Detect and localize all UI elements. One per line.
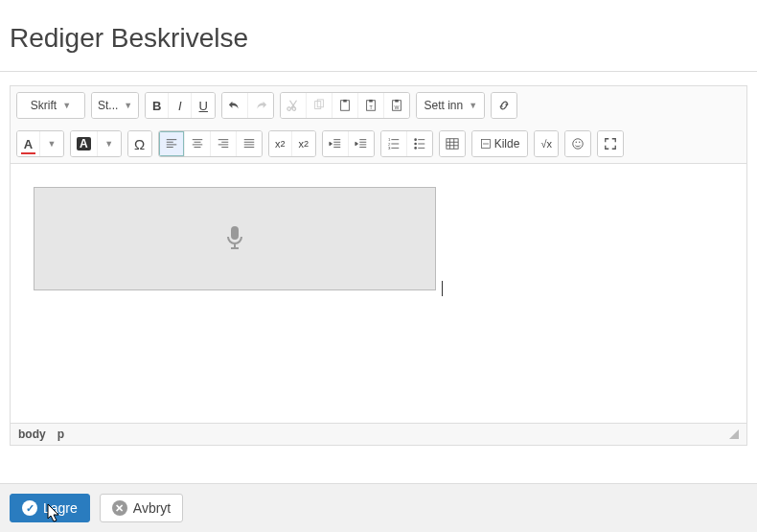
table-icon [446,137,459,150]
numbered-list-button[interactable]: 123 [381,131,407,156]
smiley-icon [571,137,585,150]
cancel-button[interactable]: ✕ Avbryt [100,494,183,522]
math-button[interactable]: √x [535,131,558,156]
editor-panel: Skrift▼ St...▼ B I U [10,85,747,446]
paste-text-button[interactable]: T [358,93,384,118]
indent-button[interactable] [349,131,374,156]
outdent-icon [329,137,342,150]
bullet-list-button[interactable] [407,131,432,156]
text-cursor [442,281,443,296]
copy-icon [312,99,326,112]
scissors-icon [287,99,300,112]
emoji-button[interactable] [565,131,590,156]
caret-down-icon: ▼ [124,101,132,110]
clipboard-word-icon: W [390,99,403,112]
table-button[interactable] [440,131,465,156]
page-title: Rediger Beskrivelse [10,23,747,54]
redo-icon [254,99,267,112]
italic-button[interactable]: I [169,93,192,118]
microphone-icon [224,225,245,252]
paste-word-button[interactable]: W [384,93,409,118]
caret-down-icon: ▼ [62,101,71,110]
bg-color-button[interactable]: A [71,131,98,156]
svg-text:3: 3 [388,146,391,150]
svg-point-19 [576,142,577,143]
align-right-button[interactable] [211,131,237,156]
align-center-icon [191,137,204,150]
link-icon [497,99,511,112]
copy-button[interactable] [307,93,333,118]
svg-text:W: W [395,104,400,110]
font-select[interactable]: Skrift▼ [17,93,84,118]
svg-rect-21 [231,226,239,240]
source-button[interactable]: Kilde [472,131,528,156]
undo-icon [228,99,241,112]
divider [0,71,757,72]
text-color-button[interactable]: A [17,131,40,156]
caret-down-icon: ▼ [469,101,477,110]
specialchar-button[interactable]: Ω [128,131,151,156]
path-body[interactable]: body [18,428,46,441]
status-bar: body p [11,423,746,445]
resize-handle[interactable] [729,429,739,439]
ul-icon [413,137,426,150]
media-placeholder[interactable] [34,187,436,290]
align-justify-button[interactable] [237,131,262,156]
align-left-button[interactable] [159,131,185,156]
check-icon: ✓ [22,500,37,516]
clipboard-text-icon: T [364,99,378,112]
align-right-icon [217,137,230,150]
cancel-icon: ✕ [112,500,127,516]
bg-color-caret[interactable]: ▼ [98,131,121,156]
subscript-button[interactable]: x2 [269,131,292,156]
underline-button[interactable]: U [192,93,215,118]
ol-icon: 123 [387,137,401,150]
svg-point-18 [573,139,584,150]
link-button[interactable] [492,93,516,118]
svg-rect-5 [370,100,374,103]
path-p[interactable]: p [57,428,64,441]
cut-button[interactable] [281,93,307,118]
source-icon [480,137,492,150]
maximize-icon [604,137,617,150]
bold-button[interactable]: B [146,93,169,118]
svg-text:T: T [370,104,374,110]
svg-point-20 [579,142,580,143]
align-justify-icon [242,137,256,150]
insert-select[interactable]: Sett inn▼ [417,93,484,118]
text-color-caret[interactable]: ▼ [40,131,63,156]
size-select[interactable]: St...▼ [92,93,138,118]
svg-point-15 [414,147,417,150]
outdent-button[interactable] [323,131,349,156]
clipboard-icon [338,99,352,112]
svg-rect-3 [344,100,348,103]
paste-button[interactable] [333,93,358,118]
superscript-button[interactable]: x2 [292,131,315,156]
align-center-button[interactable] [185,131,211,156]
maximize-button[interactable] [598,131,623,156]
footer: ✓ Lagre ✕ Avbryt [0,483,757,532]
svg-point-13 [414,138,417,141]
undo-button[interactable] [222,93,248,118]
svg-rect-16 [447,139,458,150]
editor-content-area[interactable] [11,164,746,423]
toolbar: Skrift▼ St...▼ B I U [11,86,746,164]
svg-rect-8 [396,100,400,103]
svg-point-14 [414,143,417,146]
indent-icon [355,137,368,150]
redo-button[interactable] [248,93,273,118]
align-left-icon [165,137,178,150]
save-button[interactable]: ✓ Lagre [10,494,90,522]
